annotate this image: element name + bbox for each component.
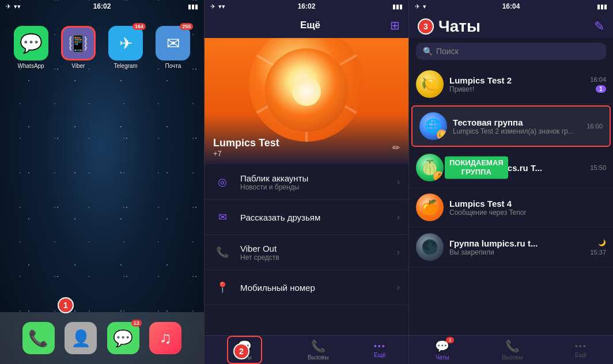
viber-tabbar: 2 💬 Чаты 📞 Вызовы ••• Ещё: [205, 335, 408, 364]
public-text: Паблик аккаунты Новости и бренды: [240, 173, 388, 191]
avatar-lumpicsgroup2: 🌑: [416, 233, 444, 261]
chat-info-testgroup: Тестовая группа Lumpics Test 2 изменил(а…: [453, 117, 581, 135]
viber-icon-img[interactable]: 📳: [61, 26, 96, 60]
menu-public[interactable]: ◎ Паблик аккаунты Новости и бренды ›: [205, 165, 408, 200]
profile-info: Lumpics Test +7 ✏: [213, 137, 400, 158]
chat-meta-lumpicsgroup2: 🌙 15:37: [590, 239, 606, 256]
profile-section: Lumpics Test +7 ✏: [205, 38, 408, 165]
phone-dock-icon[interactable]: 📞: [22, 322, 55, 354]
number-title: Мобильный номер: [240, 283, 388, 293]
panel-viber-more: ✈ ▾▾ 16:02 ▮▮▮ Ещё ⊞ Lumpics Test +7 ✏: [205, 0, 409, 364]
viberout-subtitle: Нет средств: [240, 253, 388, 261]
chat-msg-lumpics2: Привет!: [449, 85, 584, 93]
app-grid: 💬 WhatsApp 📳 Viber ✈ 164 Telegram ✉ 255: [0, 20, 204, 75]
compose-icon[interactable]: ✎: [594, 19, 604, 34]
airplane-icon-3: ✈: [415, 3, 420, 10]
menu-viberout[interactable]: 📞 Viber Out Нет средств ›: [205, 235, 408, 270]
airplane-icon-2: ✈: [210, 3, 215, 10]
chat-msg-testgroup: Lumpics Test 2 изменил(а) значок гр...: [453, 127, 581, 135]
dock-messages[interactable]: 💬 13: [107, 322, 139, 354]
app-mail[interactable]: ✉ 255 Почта: [154, 26, 192, 69]
search-bar[interactable]: 🔍 Поиск: [416, 43, 606, 60]
dock-contacts[interactable]: 👤: [65, 322, 97, 354]
dock-phone[interactable]: 📞: [22, 322, 55, 354]
tab-more-3[interactable]: ••• Ещё: [575, 342, 587, 358]
menu-invite[interactable]: ✉ Рассказать друзьям ›: [205, 200, 408, 235]
battery-icon-3: ▮▮▮: [597, 3, 607, 10]
chat-info-lumpicsgroup2: Группа lumpics.ru t... Вы закрепили: [449, 238, 584, 256]
chat-item-lumpics2[interactable]: 🍋 Lumpics Test 2 Привет! 16:04 1: [409, 65, 613, 104]
calls-tab-label-3: Вызовы: [502, 354, 523, 361]
mail-label: Почта: [165, 63, 181, 69]
app-whatsapp[interactable]: 💬 WhatsApp: [12, 26, 50, 69]
chat-meta-testgroup: 16:00: [586, 123, 603, 130]
dock: 📞 👤 💬 13 ♫: [0, 312, 204, 364]
messages-badge: 13: [131, 320, 142, 327]
step-badge-2: 2: [233, 343, 249, 359]
dock-music[interactable]: ♫: [149, 322, 181, 354]
chats-title: Чаты: [438, 17, 594, 36]
chat-time-testgroup: 16:00: [586, 123, 603, 130]
messages-dock-icon[interactable]: 💬: [107, 322, 139, 354]
chat-item-testgroup[interactable]: 🌐 🍋 Тестовая группа Lumpics Test 2 измен…: [411, 105, 611, 147]
chat-item-lumpicsgroup[interactable]: 🍈 🍊 Группа Lumpics.ru T... ПОКИДАЕМАЯГРУ…: [409, 148, 613, 188]
chat-name-lumpics4: Lumpics Test 4: [449, 199, 600, 208]
chat-meta-lumpics2: 16:04 1: [590, 76, 606, 93]
status-bar-3: ✈ ▾ 16:04 ▮▮▮: [409, 0, 613, 13]
public-subtitle: Новости и бренды: [240, 183, 388, 191]
leaving-group-label: ПОКИДАЕМАЯГРУППА: [445, 156, 508, 179]
more-tab-label-3: Ещё: [575, 352, 586, 358]
panel-viber-chats: ✈ ▾ 16:04 ▮▮▮ 3 Чаты ✎ 🔍 Поиск 🍋 Lumpics…: [409, 0, 613, 364]
signal-icon-3: ▾: [423, 3, 426, 10]
contacts-dock-icon[interactable]: 👤: [65, 322, 97, 354]
status-time-1: 16:02: [93, 2, 111, 10]
edit-profile-icon[interactable]: ✏: [392, 142, 400, 153]
tab-calls-2[interactable]: 📞 Вызовы: [308, 339, 328, 361]
viberout-arrow: ›: [397, 247, 400, 257]
chat-msg-lumpicsgroup2: Вы закрепили: [449, 248, 584, 256]
invite-title: Рассказать друзьям: [240, 213, 388, 222]
calls-tab-icon-3: 📞: [505, 339, 520, 353]
chats-tab-badge-wrap: 💬 1: [435, 339, 449, 353]
group-sub-icon: 🍋: [437, 130, 447, 140]
more-tab-icon-2: •••: [374, 342, 386, 351]
profile-phone: +7: [213, 149, 279, 158]
search-placeholder: Поиск: [436, 47, 459, 56]
chat-item-lumpicsgroup2[interactable]: 🌑 Группа lumpics.ru t... Вы закрепили 🌙 …: [409, 227, 613, 267]
airplane-icon: ✈: [6, 3, 11, 10]
status-right-3: ▮▮▮: [597, 3, 607, 10]
public-arrow: ›: [397, 177, 400, 187]
number-text: Мобильный номер: [240, 283, 388, 293]
telegram-icon[interactable]: ✈ 164: [108, 26, 143, 60]
viberout-title: Viber Out: [240, 244, 388, 253]
chat-time-lumpics2: 16:04: [590, 76, 606, 83]
calls-tab-icon-2: 📞: [311, 339, 326, 353]
menu-number[interactable]: 📍 Мобильный номер ›: [205, 270, 408, 305]
chat-item-lumpics4[interactable]: 🍊 Lumpics Test 4 Сообщение через Tenor: [409, 188, 613, 227]
whatsapp-label: WhatsApp: [18, 63, 44, 69]
viber-more-header: Ещё ⊞: [205, 13, 408, 38]
app-viber[interactable]: 📳 Viber: [59, 26, 97, 69]
invite-icon: ✉: [213, 208, 232, 226]
chat-name-lumpics2: Lumpics Test 2: [449, 75, 584, 85]
public-icon: ◎: [213, 173, 232, 191]
whatsapp-icon[interactable]: 💬: [14, 26, 48, 60]
unread-lumpics2: 1: [596, 85, 606, 93]
music-dock-icon[interactable]: ♫: [149, 322, 181, 354]
chats-tabbar: 💬 1 Чаты 📞 Вызовы ••• Ещё: [409, 335, 613, 364]
app-telegram[interactable]: ✈ 164 Telegram: [107, 26, 145, 69]
orange-pith: [292, 77, 321, 106]
invite-text: Рассказать друзьям: [240, 213, 388, 222]
telegram-label: Telegram: [114, 63, 138, 69]
mail-badge: 255: [180, 23, 193, 30]
qr-code-icon[interactable]: ⊞: [390, 18, 400, 32]
status-right-2: ▮▮▮: [392, 3, 403, 10]
tab-calls-3[interactable]: 📞 Вызовы: [502, 339, 523, 361]
chat-name-lumpicsgroup2: Группа lumpics.ru t...: [449, 238, 584, 248]
chats-tab-label-3: Чаты: [436, 354, 449, 361]
tab-chats-3[interactable]: 💬 1 Чаты: [435, 339, 449, 361]
tab-more-2[interactable]: ••• Ещё: [374, 342, 386, 358]
invite-arrow: ›: [397, 212, 400, 222]
mail-icon[interactable]: ✉ 255: [156, 26, 190, 60]
chat-list: 🍋 Lumpics Test 2 Привет! 16:04 1 🌐 🍋 Тес…: [409, 65, 613, 335]
